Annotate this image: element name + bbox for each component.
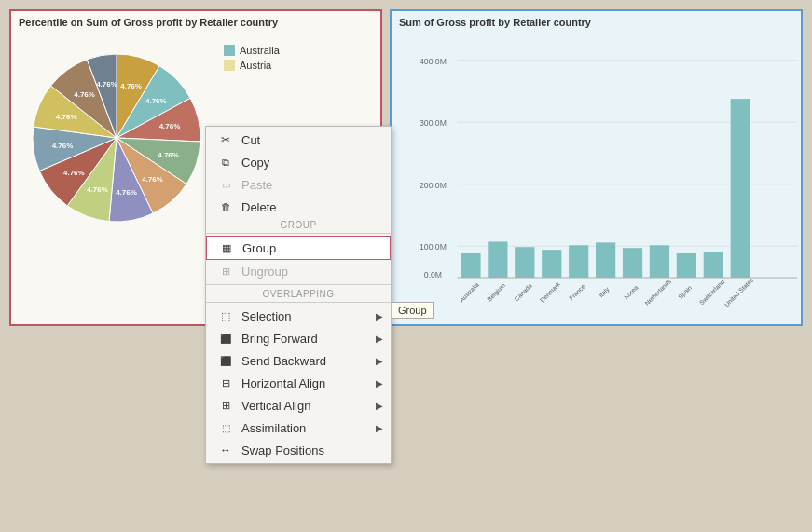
svg-text:4.76%: 4.76% (116, 188, 137, 197)
menu-label-swap-positions: Swap Positions (241, 443, 324, 457)
svg-text:4.76%: 4.76% (158, 151, 179, 159)
selection-arrow: ▶ (376, 311, 383, 321)
menu-label-vertical-align: Vertical Align (241, 399, 310, 413)
menu-item-swap-positions[interactable]: ↔ Swap Positions (206, 439, 391, 461)
horizontal-align-icon: ⊟ (217, 375, 234, 390)
menu-label-selection: Selection (241, 309, 291, 323)
svg-text:Netherlands: Netherlands (643, 278, 672, 307)
legend-label-australia: Australia (240, 45, 280, 56)
svg-text:0.0M: 0.0M (424, 270, 442, 280)
svg-rect-22 (461, 253, 480, 278)
svg-text:100.0M: 100.0M (420, 242, 447, 252)
overlapping-section-label: OVERLAPPING (206, 287, 391, 300)
overlapping-divider-bottom (206, 302, 391, 303)
svg-text:4.76%: 4.76% (63, 169, 85, 177)
svg-rect-32 (596, 242, 615, 278)
svg-rect-30 (569, 245, 588, 278)
legend-color-australia (224, 45, 235, 56)
menu-item-copy[interactable]: ⧉ Copy (206, 151, 391, 173)
swap-positions-icon: ↔ (217, 443, 234, 457)
menu-label-copy: Copy (241, 156, 269, 170)
menu-item-paste[interactable]: ▭ Paste (206, 173, 391, 196)
menu-label-bring-forward: Bring Forward (241, 332, 318, 346)
svg-rect-28 (542, 250, 561, 278)
menu-label-assimilation: Assimilation (241, 421, 306, 435)
menu-item-group[interactable]: ▦ Group (206, 236, 391, 260)
group-section-label: GROUP (206, 218, 391, 231)
menu-item-send-backward[interactable]: ⬛ Send Backward ▶ (206, 349, 391, 372)
pie-chart-title: Percentile on Sum of Gross profit by Ret… (11, 11, 380, 32)
selection-icon: ⬚ (217, 308, 234, 323)
bar-chart-title: Sum of Gross profit by Retailer country (392, 11, 801, 32)
menu-label-send-backward: Send Backward (241, 354, 326, 368)
menu-item-cut[interactable]: ✂ Cut (206, 129, 391, 151)
svg-text:Korea: Korea (623, 284, 640, 301)
assimilation-icon: ⬚ (217, 420, 234, 435)
legend-label-austria: Austria (240, 60, 271, 71)
svg-rect-36 (650, 245, 669, 278)
svg-text:Switzerland: Switzerland (698, 279, 726, 307)
bar-chart-panel: Sum of Gross profit by Retailer country … (390, 9, 803, 326)
menu-label-horizontal-align: Horizontal Align (241, 376, 325, 390)
vertical-align-icon: ⊞ (217, 398, 234, 413)
bring-forward-icon: ⬛ (217, 331, 234, 346)
svg-rect-40 (704, 252, 723, 278)
horizontal-align-arrow: ▶ (376, 378, 383, 389)
svg-rect-34 (623, 248, 642, 278)
svg-text:Canada: Canada (513, 282, 533, 303)
pie-legend: Australia Austria (224, 45, 280, 75)
send-backward-icon: ⬛ (217, 353, 234, 368)
delete-icon: 🗑 (217, 199, 234, 214)
group-tooltip: Group (392, 302, 434, 319)
menu-item-bring-forward[interactable]: ⬛ Bring Forward ▶ (206, 327, 391, 349)
svg-text:Belgium: Belgium (486, 281, 507, 303)
svg-text:4.76%: 4.76% (56, 113, 77, 121)
legend-item-australia: Australia (224, 45, 280, 56)
svg-text:Spain: Spain (677, 284, 694, 301)
svg-rect-38 (677, 253, 696, 278)
vertical-align-arrow: ▶ (376, 401, 383, 411)
svg-text:Italy: Italy (598, 285, 612, 299)
context-menu: ✂ Cut ⧉ Copy ▭ Paste 🗑 Delete GROUP ▦ Gr… (205, 126, 392, 464)
menu-item-selection[interactable]: ⬚ Selection ▶ (206, 305, 391, 327)
cut-icon: ✂ (217, 132, 234, 147)
group-divider-top (206, 233, 391, 234)
svg-text:200.0M: 200.0M (420, 181, 447, 190)
paste-icon: ▭ (217, 177, 234, 192)
legend-color-austria (224, 60, 235, 71)
send-backward-arrow: ▶ (376, 356, 383, 366)
svg-text:4.76%: 4.76% (74, 90, 95, 99)
menu-item-delete[interactable]: 🗑 Delete (206, 196, 391, 218)
svg-text:4.76%: 4.76% (159, 122, 181, 130)
assimilation-arrow: ▶ (376, 423, 383, 433)
group-icon: ▦ (218, 240, 235, 255)
legend-item-austria: Austria (224, 60, 280, 71)
menu-label-paste: Paste (241, 178, 272, 192)
svg-text:400.0M: 400.0M (420, 57, 447, 66)
menu-item-horizontal-align[interactable]: ⊟ Horizontal Align ▶ (206, 372, 391, 394)
bring-forward-arrow: ▶ (376, 334, 383, 344)
menu-label-delete: Delete (241, 200, 277, 214)
svg-text:Denmark: Denmark (539, 280, 562, 304)
copy-icon: ⧉ (217, 155, 234, 170)
bar-svg: 400.0M 300.0M 200.0M 100.0M 0.0M Austral… (420, 35, 797, 319)
svg-text:Australia: Australia (458, 281, 480, 304)
pie-svg: 4.76%4.76%4.76%4.76%4.76%4.76%4.76%4.76%… (19, 35, 214, 234)
svg-text:4.76%: 4.76% (87, 185, 108, 194)
svg-text:4.76%: 4.76% (52, 142, 74, 150)
svg-text:4.76%: 4.76% (145, 97, 167, 105)
svg-text:4.76%: 4.76% (142, 175, 163, 184)
menu-label-group: Group (242, 241, 276, 255)
svg-text:France: France (568, 283, 586, 302)
menu-item-ungroup[interactable]: ⊞ Ungroup (206, 260, 391, 282)
menu-item-vertical-align[interactable]: ⊞ Vertical Align ▶ (206, 394, 391, 416)
svg-text:300.0M: 300.0M (420, 118, 447, 128)
svg-rect-24 (488, 241, 507, 278)
svg-rect-42 (731, 99, 750, 278)
menu-item-assimilation[interactable]: ⬚ Assimilation ▶ (206, 416, 391, 439)
overlapping-divider-top (206, 284, 391, 285)
menu-label-cut: Cut (241, 133, 260, 147)
menu-label-ungroup: Ungroup (241, 265, 288, 279)
svg-text:4.76%: 4.76% (120, 82, 142, 90)
bar-chart-area: 400.0M 300.0M 200.0M 100.0M 0.0M Austral… (392, 32, 801, 319)
